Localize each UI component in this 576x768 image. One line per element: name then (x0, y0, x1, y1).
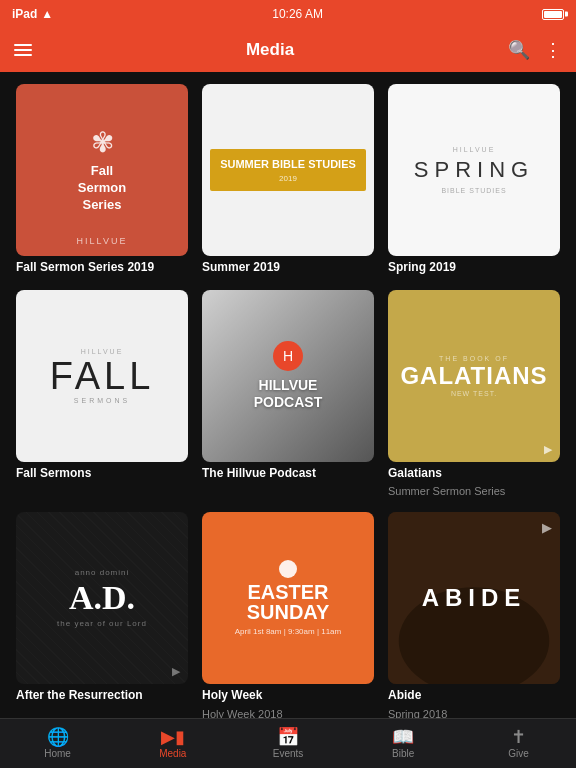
status-left: iPad ▲ (12, 7, 53, 21)
spring-sub: BIBLE STUDIES (441, 187, 506, 194)
item-title: Abide (388, 688, 560, 704)
item-title: The Hillvue Podcast (202, 466, 374, 482)
item-subtitle: Holy Week 2018 (202, 708, 374, 718)
thumbnail-holy-week: EASTER SUNDAY April 1st 8am | 9:30am | 1… (202, 512, 374, 684)
item-title: Fall Sermon Series 2019 (16, 260, 188, 276)
battery-icon (542, 9, 564, 20)
list-item[interactable]: THE BOOK OF GALATIANS NEW TEST. ▶ Galati… (388, 290, 560, 499)
nav-home-label: Home (44, 748, 71, 759)
item-title: Fall Sermons (16, 466, 188, 482)
fall-sub: SERMONS (74, 397, 130, 404)
nav-item-bible[interactable]: 📖 Bible (346, 728, 461, 759)
ad-main: A.D. (69, 581, 135, 615)
thumbnail-summer-2019: Summer Bible Studies 2019 (202, 84, 374, 256)
thumbnail-galatians: THE BOOK OF GALATIANS NEW TEST. ▶ (388, 290, 560, 462)
status-right (542, 9, 564, 20)
abide-text: ABIDE (422, 584, 527, 612)
podcast-brand-icon: H (273, 341, 303, 371)
status-bar: iPad ▲ 10:26 AM (0, 0, 576, 28)
nav-bible-label: Bible (392, 748, 414, 759)
list-item[interactable]: ABIDE ▶ Abide Spring 2018 (388, 512, 560, 718)
nav-item-events[interactable]: 📅 Events (230, 728, 345, 759)
wifi-icon: ▲ (41, 7, 53, 21)
item-subtitle: Summer Sermon Series (388, 485, 560, 498)
summer-inner-box: Summer Bible Studies 2019 (210, 149, 366, 190)
media-play-icon: ▶▮ (161, 728, 185, 746)
fall-sermon-text: Fall Sermon Series (78, 163, 126, 214)
nav-media-label: Media (159, 748, 186, 759)
galatians-bottom: NEW TEST. (451, 390, 497, 397)
media-grid: ✾ Fall Sermon Series HILLVUE Fall Sermon… (0, 72, 576, 718)
thumbnail-fall-sermon-2019: ✾ Fall Sermon Series HILLVUE (16, 84, 188, 256)
summer-title: Summer Bible Studies (220, 157, 356, 171)
fall-brand: HILLVUE (81, 348, 124, 355)
corner-icon: ▶ (172, 665, 180, 678)
give-cross-icon: ✝ (511, 728, 526, 746)
spring-text: SPRING (414, 157, 534, 183)
list-item[interactable]: EASTER SUNDAY April 1st 8am | 9:30am | 1… (202, 512, 374, 718)
ipad-label: iPad (12, 7, 37, 21)
nav-item-home[interactable]: 🌐 Home (0, 728, 115, 759)
header: Media 🔍 ⋮ (0, 28, 576, 72)
list-item[interactable]: anno domini A.D. the year of our Lord ▶ … (16, 512, 188, 718)
header-title: Media (246, 40, 294, 60)
spring-brand: HILLVUE (453, 146, 496, 153)
podcast-text: HILLVUE PODCAST (254, 377, 322, 411)
thumbnail-spring-2019: HILLVUE SPRING BIBLE STUDIES (388, 84, 560, 256)
item-title: After the Resurrection (16, 688, 188, 704)
home-globe-icon: 🌐 (47, 728, 69, 746)
ad-sub: the year of our Lord (57, 619, 147, 628)
list-item[interactable]: ✾ Fall Sermon Series HILLVUE Fall Sermon… (16, 84, 188, 276)
item-title: Spring 2019 (388, 260, 560, 276)
thumbnail-abide: ABIDE ▶ (388, 512, 560, 684)
events-calendar-icon: 📅 (277, 728, 299, 746)
list-item[interactable]: H HILLVUE PODCAST The Hillvue Podcast (202, 290, 374, 499)
status-time: 10:26 AM (272, 7, 323, 21)
summer-subtitle: 2019 (220, 174, 356, 183)
leaf-icon: ✾ (91, 126, 114, 159)
ad-top: anno domini (75, 568, 130, 577)
item-subtitle: Spring 2018 (388, 708, 560, 718)
easter-text: EASTER SUNDAY (247, 582, 330, 622)
corner-play-icon: ▶ (542, 520, 552, 535)
nav-give-label: Give (508, 748, 529, 759)
list-item[interactable]: HILLVUE FALL SERMONS Fall Sermons (16, 290, 188, 499)
fall-text: FALL (50, 357, 155, 395)
hillvue-label: HILLVUE (77, 236, 128, 246)
thumbnail-fall-sermons: HILLVUE FALL SERMONS (16, 290, 188, 462)
list-item[interactable]: Summer Bible Studies 2019 Summer 2019 (202, 84, 374, 276)
bottom-nav: 🌐 Home ▶▮ Media 📅 Events 📖 Bible ✝ Give (0, 718, 576, 768)
search-icon[interactable]: 🔍 (508, 39, 530, 61)
header-icons: 🔍 ⋮ (508, 39, 562, 61)
menu-button[interactable] (14, 44, 32, 56)
easter-sub: April 1st 8am | 9:30am | 11am (235, 626, 341, 637)
galatians-top: THE BOOK OF (439, 355, 509, 362)
list-item[interactable]: HILLVUE SPRING BIBLE STUDIES Spring 2019 (388, 84, 560, 276)
item-title: Summer 2019 (202, 260, 374, 276)
nav-events-label: Events (273, 748, 304, 759)
bible-book-icon: 📖 (392, 728, 414, 746)
sun-icon (279, 560, 297, 578)
galatians-text: GALATIANS (400, 364, 547, 388)
thumbnail-podcast: H HILLVUE PODCAST (202, 290, 374, 462)
item-title: Galatians (388, 466, 560, 482)
thumbnail-after-resurrection: anno domini A.D. the year of our Lord ▶ (16, 512, 188, 684)
more-icon[interactable]: ⋮ (544, 39, 562, 61)
item-title: Holy Week (202, 688, 374, 704)
corner-bookmark-icon: ▶ (544, 443, 552, 456)
nav-item-give[interactable]: ✝ Give (461, 728, 576, 759)
nav-item-media[interactable]: ▶▮ Media (115, 728, 230, 759)
